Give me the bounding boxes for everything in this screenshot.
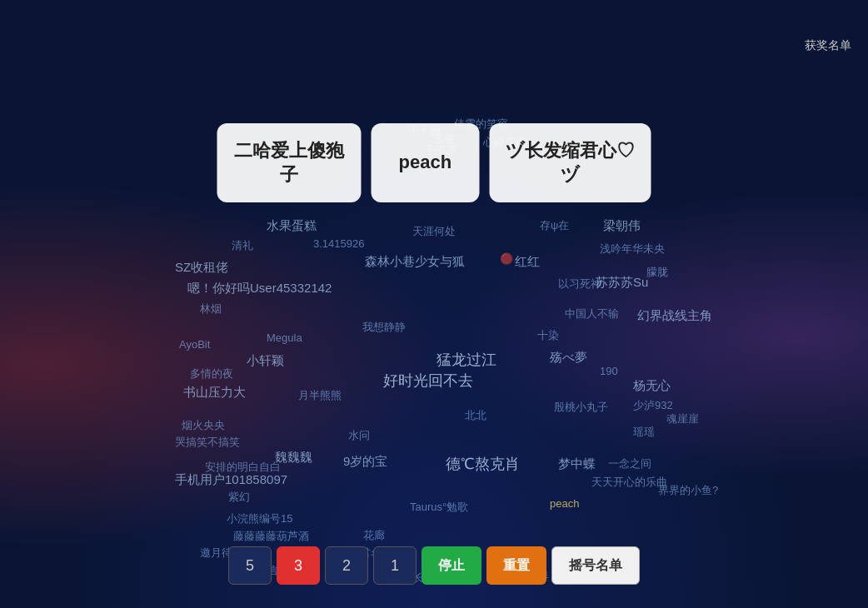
bottom-toolbar: 5321停止重置摇号名单: [228, 546, 640, 585]
cloud-name-item: 幻界战线主角: [637, 308, 712, 324]
cloud-name-item: 190: [600, 365, 618, 377]
cloud-name-item: 好时光回不去: [383, 371, 473, 391]
cloud-name-item: 水果蛋糕: [267, 218, 317, 234]
count-button-1[interactable]: 1: [373, 546, 417, 585]
cloud-name-item: 界界的小鱼?: [658, 483, 718, 498]
count-button-2[interactable]: 2: [325, 546, 368, 585]
cloud-name-item: 北北: [465, 408, 486, 423]
cloud-name-item: 梁朝伟: [603, 218, 641, 234]
cloud-name-item: 魏魏魏: [275, 450, 312, 466]
cloud-name-item: 天天开心的乐曲: [591, 475, 667, 490]
cloud-name-item: 梦中蝶: [558, 456, 596, 472]
cloud-name-item: Taurus°勉歌: [410, 500, 468, 515]
name-card-3: ヅ长发缩君心♡ヅ: [489, 123, 651, 202]
cloud-name-item: 烟火央央: [182, 418, 225, 433]
name-card-2: peach: [371, 123, 479, 202]
cloud-name-item: 我想静静: [362, 320, 406, 335]
cloud-name-item: 🔴: [500, 252, 513, 265]
lottery-list-button[interactable]: 摇号名单: [551, 546, 640, 585]
count-button-5[interactable]: 5: [228, 546, 272, 585]
cloud-name-item: 森林小巷少女与狐: [365, 254, 465, 270]
reset-button[interactable]: 重置: [486, 546, 546, 585]
cloud-name-item: 小轩颖: [247, 353, 284, 369]
background-overlay: [0, 0, 868, 608]
cloud-name-item: 哭搞笑不搞笑: [175, 435, 240, 450]
cloud-name-item: 多情的夜: [190, 366, 233, 381]
cloud-name-item: 朦胧: [646, 265, 668, 280]
cloud-name-item: 嗯！你好吗User45332142: [187, 281, 332, 297]
cloud-name-item: 藤藤藤藤葫芦酒: [233, 529, 309, 544]
winner-list-button[interactable]: 获奖名单: [805, 38, 851, 53]
cloud-name-item: 以习死神: [558, 277, 601, 292]
cloud-name-item: AyoBit: [179, 338, 210, 351]
cloud-name-item: peach: [550, 497, 579, 510]
name-card-1: 二哈爱上傻狍子: [217, 123, 362, 202]
cloud-name-item: 一念之间: [608, 456, 651, 471]
cloud-name-item: 清礼: [232, 238, 253, 253]
cloud-name-item: 书山压力大: [183, 385, 246, 401]
cloud-name-item: 猛龙过江: [436, 350, 496, 370]
cloud-name-item: 杨无心: [633, 378, 671, 394]
cloud-name-item: 浅吟年华未央: [600, 242, 665, 257]
cloud-name-item: 德℃熬克肖: [446, 454, 520, 474]
cloud-name-item: 红红: [515, 254, 540, 270]
cloud-name-item: 殇べ夢: [550, 350, 587, 366]
name-cloud: 千千阙佳雯的笑容曾答心碎无痕千不不水果蛋糕3.1415926清礼嗯！你好吗Use…: [0, 0, 868, 608]
cloud-name-item: 苏苏苏Su: [596, 275, 648, 291]
selected-cards-container: 二哈爱上傻狍子 peach ヅ长发缩君心♡ヅ: [217, 123, 651, 202]
cloud-name-item: 天涯何处: [412, 224, 456, 239]
cloud-name-item: 瑶瑶: [633, 425, 655, 440]
cloud-name-item: 林烟: [200, 302, 222, 316]
cloud-name-item: 水问: [348, 428, 370, 443]
cloud-name-item: 十染: [537, 328, 559, 343]
cloud-name-item: 3.1415926: [313, 237, 364, 250]
count-button-3[interactable]: 3: [277, 546, 320, 585]
stop-button[interactable]: 停止: [422, 546, 481, 585]
cloud-name-item: 殷桃小丸子: [554, 400, 608, 415]
cloud-name-item: 安排的明白自白: [205, 460, 281, 475]
cloud-name-item: 少泸932: [633, 398, 673, 413]
cloud-name-item: 紫幻: [228, 490, 250, 505]
cloud-name-item: 9岁的宝: [343, 454, 387, 470]
cloud-name-item: 手机用户101858097: [175, 472, 287, 488]
cloud-name-item: 月半熊熊: [298, 388, 342, 403]
cloud-name-item: 魂崖崖: [666, 411, 699, 426]
cloud-name-item: 花廊: [363, 528, 385, 543]
cloud-name-item: 中国人不输: [565, 306, 619, 321]
cloud-name-item: 小浣熊编号15: [227, 511, 292, 526]
cloud-name-item: 存ψ在: [540, 218, 569, 233]
cloud-name-item: SZ收租佬: [175, 260, 228, 276]
cloud-name-item: Megula: [267, 331, 302, 344]
